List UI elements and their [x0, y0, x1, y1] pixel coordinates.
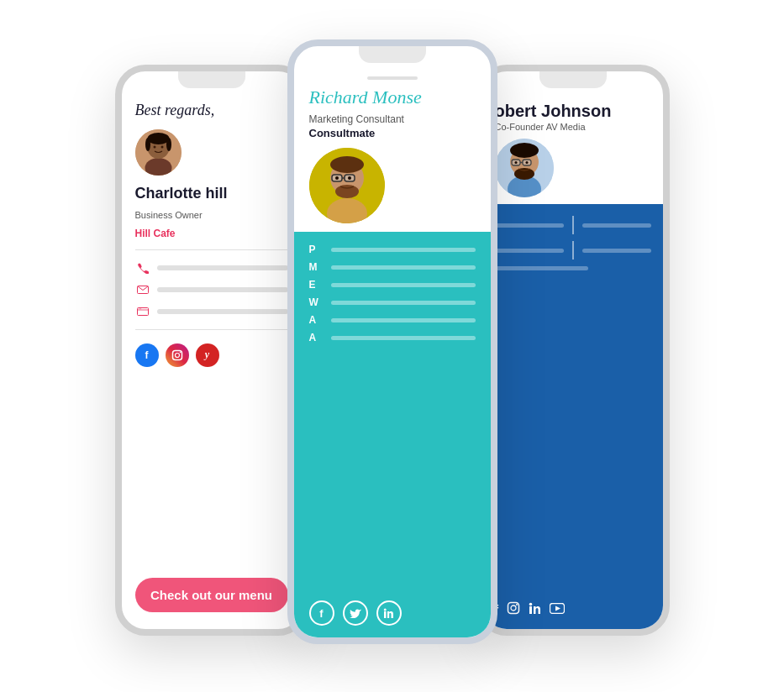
contact-row-right-2	[495, 241, 651, 260]
line-right-2b	[582, 249, 651, 253]
line-right-1b	[582, 223, 651, 228]
contact-m: M	[309, 261, 476, 273]
contact-e: E	[309, 279, 476, 291]
person-title-left: Business Owner	[135, 210, 288, 220]
linkedin-icon-right[interactable]	[529, 602, 541, 617]
facebook-icon-center[interactable]: f	[309, 600, 334, 626]
divider-left	[135, 249, 288, 250]
contact-a1: A	[309, 314, 476, 326]
svg-point-36	[514, 161, 517, 164]
facebook-icon-left[interactable]: f	[135, 343, 159, 367]
svg-rect-26	[384, 611, 387, 618]
svg-point-7	[166, 138, 171, 151]
social-icons-right: f	[495, 601, 651, 621]
svg-point-25	[348, 176, 351, 180]
top-line-center	[367, 76, 418, 80]
contact-p: P	[309, 244, 476, 255]
line-a1	[331, 318, 476, 322]
menu-button[interactable]: Check out our menu	[135, 578, 288, 612]
contact-row-web	[135, 306, 288, 317]
blue-section: f	[483, 204, 663, 629]
line-right-3	[495, 266, 589, 270]
linkedin-icon-center[interactable]	[376, 600, 402, 626]
phone-left: Best regards,	[115, 65, 308, 636]
svg-point-15	[179, 351, 181, 353]
contact-row-right-3	[495, 266, 651, 270]
svg-point-19	[330, 156, 364, 173]
divider-left-2	[135, 329, 288, 330]
svg-point-27	[384, 608, 387, 611]
svg-point-12	[140, 308, 141, 309]
company-center: Consultmate	[309, 127, 476, 139]
svg-point-24	[335, 176, 339, 180]
contact-row-email	[135, 284, 288, 296]
label-a1: A	[309, 314, 323, 326]
person-subtitle-right: Co-Founder AV Media	[495, 122, 651, 132]
name-partial: obert Johnson	[495, 102, 612, 120]
svg-point-3	[153, 146, 155, 149]
instagram-icon-left[interactable]	[166, 343, 189, 367]
phone-icon	[135, 262, 150, 274]
label-e: E	[309, 279, 323, 291]
label-w: W	[309, 296, 323, 308]
svg-point-20	[335, 185, 359, 198]
contact-w: W	[309, 296, 476, 308]
svg-rect-41	[529, 606, 532, 614]
contact-line-email	[157, 287, 288, 292]
phone-center-content: Richard Monse Marketing Consultant Consu…	[294, 46, 491, 637]
label-p: P	[309, 244, 323, 255]
phone-right: obert Johnson Co-Founder AV Media	[476, 65, 670, 636]
yelp-icon-left[interactable]: y	[196, 343, 219, 367]
email-icon	[135, 284, 150, 296]
svg-point-11	[139, 308, 139, 309]
avatar-right	[495, 139, 554, 197]
contact-row-phone	[135, 262, 288, 274]
company-left: Hill Cafe	[135, 228, 288, 239]
svg-point-31	[510, 143, 539, 158]
divider-vertical-2	[572, 241, 574, 260]
phone-center: Richard Monse Marketing Consultant Consu…	[287, 39, 497, 644]
person-name-right: obert Johnson	[495, 102, 651, 120]
teal-section: P M E W A	[294, 232, 491, 637]
contact-a2: A	[309, 332, 476, 343]
svg-point-40	[516, 604, 518, 606]
web-icon	[135, 306, 150, 317]
svg-marker-44	[555, 606, 560, 611]
avatar-left	[135, 129, 182, 176]
svg-point-5	[147, 133, 169, 144]
contact-row-right-1	[495, 216, 651, 234]
svg-point-14	[175, 353, 179, 357]
phone-right-content: obert Johnson Co-Founder AV Media	[483, 71, 663, 629]
svg-point-6	[145, 138, 150, 151]
line-e	[331, 283, 476, 287]
contact-line-web	[157, 309, 288, 314]
avatar-center	[309, 148, 385, 223]
instagram-icon-right[interactable]	[507, 601, 520, 617]
social-icons-left: f y	[135, 343, 288, 367]
line-right-2a	[495, 249, 564, 253]
title-center: Marketing Consultant	[309, 113, 476, 125]
twitter-icon-center[interactable]	[343, 600, 368, 626]
svg-point-42	[529, 602, 533, 606]
contact-line-phone	[157, 265, 288, 270]
svg-point-4	[160, 146, 163, 149]
label-a2: A	[309, 332, 323, 343]
svg-point-39	[511, 606, 516, 611]
phones-container: Best regards,	[98, 31, 687, 661]
label-m: M	[309, 261, 323, 273]
divider-vertical-1	[572, 216, 574, 234]
line-w	[331, 301, 476, 305]
name-script-center: Richard Monse	[309, 86, 476, 108]
signature-text: Best regards,	[135, 102, 288, 119]
phone-left-content: Best regards,	[122, 71, 302, 629]
svg-point-32	[514, 168, 534, 180]
youtube-icon-right[interactable]	[550, 603, 565, 616]
person-name-left: Charlotte hill	[135, 186, 288, 202]
svg-point-37	[525, 161, 528, 164]
line-a2	[331, 336, 476, 340]
line-p	[331, 248, 476, 252]
line-right-1a	[495, 223, 564, 228]
social-icons-center: f	[309, 600, 476, 629]
line-m	[331, 265, 476, 270]
